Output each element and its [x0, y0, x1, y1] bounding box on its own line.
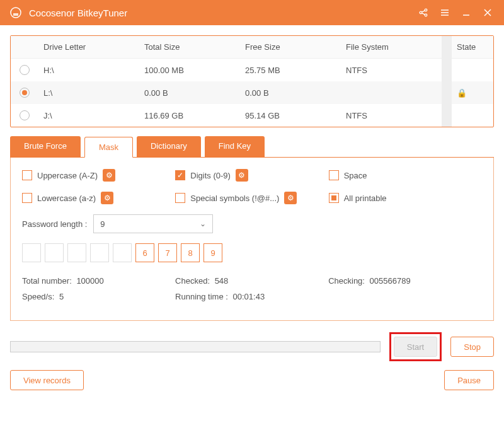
special-gear-icon[interactable]: ⚙ [284, 192, 297, 204]
lowercase-gear-icon[interactable]: ⚙ [101, 192, 113, 204]
drive-state: 🔒 [452, 82, 493, 104]
svg-line-6 [422, 13, 425, 14]
drive-radio[interactable] [20, 88, 30, 98]
mask-boxes: 6789 [22, 243, 482, 262]
chevron-down-icon: ⌄ [200, 219, 206, 228]
start-button[interactable]: Start [394, 337, 437, 357]
drive-free: 25.75 MB [240, 59, 341, 81]
allprintable-checkbox[interactable] [329, 193, 339, 203]
header-file-system: File System [341, 36, 442, 58]
checking-value: 005566789 [370, 276, 411, 286]
titlebar: Cocosenor BitkeyTuner [0, 0, 504, 25]
uppercase-gear-icon[interactable]: ⚙ [103, 169, 115, 182]
drive-total: 0.00 B [139, 82, 240, 104]
lowercase-label: Lowercase (a-z) [37, 194, 96, 203]
view-records-button[interactable]: View records [10, 370, 84, 390]
drive-letter: L:\ [38, 82, 139, 104]
checked-value: 548 [215, 276, 229, 286]
special-label: Special symbols (!@#...) [190, 194, 279, 203]
allprintable-label: All printable [344, 194, 387, 203]
password-length-select[interactable]: 9 ⌄ [93, 214, 213, 233]
header-drive-letter: Drive Letter [38, 36, 139, 58]
table-row[interactable]: J:\116.69 GB95.14 GBNTFS [11, 104, 493, 127]
checked-label: Checked: [175, 276, 212, 286]
app-title: Cocosenor BitkeyTuner [29, 8, 410, 18]
options-pane: Uppercase (A-Z) ⚙ ✓ Digits (0-9) ⚙ Space… [10, 158, 494, 321]
svg-rect-1 [13, 13, 18, 16]
speed-label: Speed/s: [22, 292, 57, 301]
mode-tabs: Brute ForceMaskDictionaryFind Key [10, 136, 494, 158]
drive-total: 116.69 GB [139, 105, 240, 127]
start-highlight: Start [389, 332, 442, 361]
drive-fs: NTFS [341, 105, 442, 127]
space-checkbox[interactable] [329, 170, 339, 180]
lock-icon: 🔒 [457, 88, 467, 98]
progress-bar [10, 341, 381, 352]
password-length-value: 9 [100, 219, 105, 229]
table-row[interactable]: H:\100.00 MB25.75 MBNTFS [11, 59, 493, 81]
header-state: State [452, 36, 493, 58]
lowercase-checkbox[interactable] [22, 193, 32, 203]
svg-point-0 [11, 8, 21, 18]
running-time-label: Running time : [175, 292, 230, 301]
uppercase-checkbox[interactable] [22, 170, 32, 180]
tab-find-key[interactable]: Find Key [205, 136, 265, 157]
menu-icon[interactable] [437, 5, 452, 20]
mask-box[interactable] [113, 243, 132, 262]
digits-checkbox[interactable]: ✓ [175, 170, 185, 180]
drive-fs: NTFS [341, 59, 442, 81]
svg-line-5 [422, 11, 425, 12]
drive-state [452, 64, 493, 76]
drive-fs [341, 86, 442, 99]
mask-box[interactable] [90, 243, 109, 262]
stop-button[interactable]: Stop [450, 337, 494, 357]
mask-box[interactable]: 9 [203, 243, 222, 262]
svg-point-4 [425, 14, 427, 16]
uppercase-label: Uppercase (A-Z) [37, 171, 98, 180]
mask-box[interactable] [67, 243, 86, 262]
share-icon[interactable] [416, 5, 431, 20]
mask-box[interactable]: 6 [135, 243, 154, 262]
password-length-label: Password length : [22, 219, 87, 229]
drive-table: Drive Letter Total Size Free Size File S… [10, 35, 494, 127]
tab-dictionary[interactable]: Dictionary [137, 136, 201, 157]
drive-free: 95.14 GB [240, 105, 341, 127]
digits-label: Digits (0-9) [190, 171, 231, 180]
drive-state [452, 109, 493, 122]
drive-total: 100.00 MB [139, 59, 240, 81]
mask-box[interactable] [22, 243, 41, 262]
total-number-label: Total number: [22, 276, 74, 286]
mask-box[interactable]: 7 [158, 243, 177, 262]
svg-point-3 [420, 11, 422, 14]
minimize-icon[interactable] [459, 5, 474, 20]
space-label: Space [344, 171, 367, 180]
running-time-value: 00:01:43 [233, 292, 265, 301]
drive-letter: J:\ [38, 105, 139, 127]
special-checkbox[interactable] [175, 193, 185, 203]
header-total-size: Total Size [139, 36, 240, 58]
drive-radio[interactable] [20, 65, 30, 75]
total-number-value: 100000 [76, 276, 103, 286]
svg-point-2 [425, 9, 427, 11]
header-free-size: Free Size [240, 36, 341, 58]
drive-letter: H:\ [38, 59, 139, 81]
drive-table-header: Drive Letter Total Size Free Size File S… [11, 36, 493, 59]
digits-gear-icon[interactable]: ⚙ [236, 169, 248, 182]
mask-box[interactable] [45, 243, 64, 262]
app-logo-icon [9, 6, 23, 20]
checking-label: Checking: [328, 276, 367, 286]
speed-value: 5 [59, 292, 64, 301]
tab-mask[interactable]: Mask [84, 137, 133, 158]
tab-brute-force[interactable]: Brute Force [10, 136, 81, 157]
mask-box[interactable]: 8 [181, 243, 200, 262]
pause-button[interactable]: Pause [444, 370, 494, 390]
table-row[interactable]: L:\0.00 B0.00 B🔒 [11, 81, 493, 104]
close-icon[interactable] [480, 5, 495, 20]
drive-free: 0.00 B [240, 82, 341, 104]
drive-radio[interactable] [20, 110, 30, 120]
